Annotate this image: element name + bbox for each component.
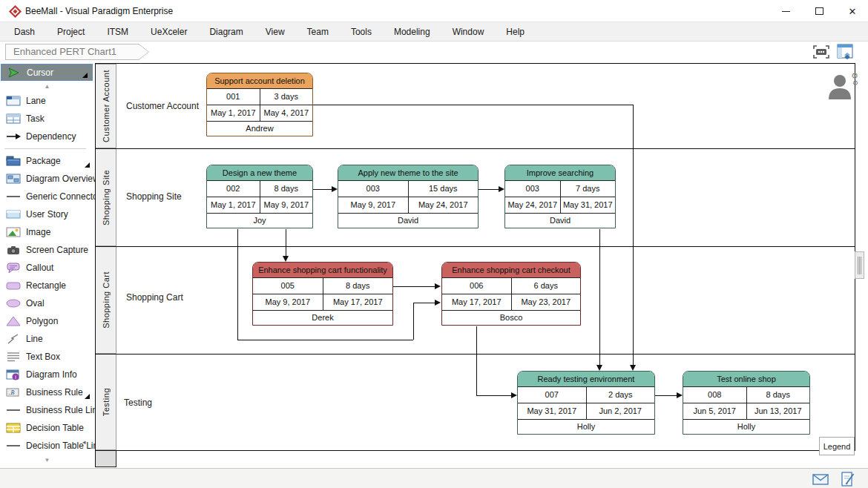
application-window: { "window": { "title": "BeeMall - Visual… (0, 0, 868, 488)
arrowhead-icon (332, 186, 338, 192)
app-logo-icon (9, 5, 22, 18)
panel-collapse-icon[interactable]: ◂ (82, 438, 86, 446)
toolbox-scroll-up[interactable]: ▲ (0, 81, 94, 92)
menu-diagram[interactable]: Diagram (209, 27, 243, 37)
tool-decision-table-link[interactable]: Decision Table Link (0, 437, 94, 455)
tool-business-rule[interactable]: B Business Rule (0, 383, 94, 401)
task-node-improve-searching[interactable]: Improve searching 0037 days May 24, 2017… (504, 165, 616, 228)
tool-lane[interactable]: Lane (0, 92, 94, 110)
task-owner: Andrew (207, 122, 312, 136)
tool-label: Rectangle (26, 280, 66, 291)
arrowhead-icon (283, 256, 289, 262)
edit-document-icon[interactable] (838, 472, 856, 487)
close-button[interactable]: ✕ (838, 0, 867, 22)
tool-package[interactable]: Package (0, 152, 94, 170)
diagram-tab-bar: Enhanced PERT Chart1 (0, 42, 868, 63)
tool-label: Text Box (26, 352, 60, 362)
tool-polygon[interactable]: Polygon (0, 312, 94, 330)
dependency-connector-segment[interactable] (476, 395, 512, 396)
tool-line[interactable]: Line (0, 330, 94, 348)
task-node-design-a-new-theme[interactable]: Design a new theme 0028 days May 1, 2017… (206, 165, 313, 228)
task-id: 007 (518, 387, 587, 403)
lane-header-testing[interactable]: Testing (95, 354, 116, 450)
zoom-to-selection-icon[interactable] (812, 43, 831, 61)
tool-task[interactable]: Task (0, 110, 94, 128)
dependency-connector-segment[interactable] (237, 340, 413, 340)
legend-label: Legend (823, 442, 851, 451)
menu-project[interactable]: Project (57, 27, 85, 37)
minimize-button[interactable] (772, 0, 800, 22)
panel-view-icon[interactable] (835, 43, 855, 61)
dependency-connector-segment[interactable] (237, 229, 238, 340)
dependency-connector-segment[interactable] (313, 189, 332, 190)
dependency-connector-segment[interactable] (479, 189, 499, 190)
user-gears-icon: ⚙ ⚙ (826, 71, 858, 104)
tool-cursor[interactable]: Cursor (1, 64, 93, 81)
menu-window[interactable]: Window (453, 27, 484, 37)
message-icon[interactable] (812, 472, 829, 487)
tool-callout[interactable]: Callout (0, 259, 94, 277)
tool-label: Decision Table Link (26, 441, 102, 451)
dependency-connector-segment[interactable] (476, 326, 477, 395)
legend-button[interactable]: Legend (819, 437, 855, 455)
business-rule-icon: B (6, 386, 21, 398)
dependency-connector-segment[interactable] (286, 229, 286, 257)
minimize-icon (782, 11, 790, 12)
dependency-connector-segment[interactable] (393, 286, 435, 287)
diagram-left-border (95, 63, 96, 467)
task-icon (6, 113, 21, 125)
tool-rectangle[interactable]: Rectangle (0, 277, 94, 294)
tool-diagram-overview[interactable]: Diagram Overview (0, 170, 94, 188)
menu-view[interactable]: View (266, 27, 285, 37)
tool-label: Line (26, 334, 43, 344)
toolbox-scroll-down[interactable]: ▼ (0, 455, 94, 466)
arrowhead-icon (435, 300, 441, 306)
dependency-connector-segment[interactable] (313, 105, 633, 105)
tool-image[interactable]: Image (0, 223, 94, 241)
tool-diagram-info[interactable]: i Diagram Info (0, 366, 94, 383)
panel-resize-gripper[interactable] (855, 251, 864, 279)
menu-tools[interactable]: Tools (351, 27, 372, 37)
tool-label: Generic Connector (26, 191, 101, 202)
task-node-apply-new-theme[interactable]: Apply new theme to the site 00315 days M… (338, 165, 479, 228)
tool-screen-capture[interactable]: Screen Capture (0, 241, 94, 259)
task-start-date: May 9, 2017 (253, 294, 323, 310)
menu-uexceler[interactable]: UeXceler (151, 27, 187, 37)
task-node-enhance-cart-functionality[interactable]: Enhance shopping cart functionality 0058… (252, 262, 393, 326)
tool-user-story[interactable]: User Story (0, 205, 94, 223)
task-owner: Holly (518, 420, 654, 434)
lane-header-customer-account[interactable]: Customer Account (95, 64, 116, 148)
tool-business-rule-link[interactable]: Business Rule Link (0, 401, 94, 419)
menu-team[interactable]: Team (307, 27, 329, 37)
task-title: Ready testing environment (518, 372, 654, 387)
task-id: 003 (505, 181, 561, 197)
breadcrumb[interactable]: Enhanced PERT Chart1 (5, 44, 149, 60)
dependency-connector-segment[interactable] (655, 395, 677, 396)
tool-label: Diagram Info (26, 369, 77, 380)
tool-oval[interactable]: Oval (0, 294, 94, 312)
task-node-ready-testing-environment[interactable]: Ready testing environment 0072 days May … (517, 371, 655, 435)
lane-header-shopping-cart[interactable]: Shopping Cart (95, 246, 116, 354)
task-id: 005 (253, 278, 323, 294)
task-node-test-online-shop[interactable]: Test online shop 0088 days Jun 5, 2017Ju… (683, 371, 810, 435)
dependency-connector-segment[interactable] (599, 229, 600, 366)
maximize-button[interactable] (805, 0, 833, 22)
menu-dash[interactable]: Dash (14, 27, 35, 37)
dependency-connector-segment[interactable] (413, 303, 435, 303)
dependency-connector-segment[interactable] (633, 105, 634, 366)
tool-decision-table[interactable]: Decision Table (0, 419, 94, 437)
tool-generic-connector[interactable]: Generic Connector (0, 188, 94, 205)
menu-help[interactable]: Help (506, 27, 525, 37)
image-icon (6, 226, 21, 238)
menu-modeling[interactable]: Modeling (394, 27, 430, 37)
task-node-support-account-deletion[interactable]: Support account deletion 0013 days May 1… (206, 73, 313, 136)
maximize-icon (815, 7, 823, 15)
lane-header-shopping-site[interactable]: Shopping Site (95, 148, 116, 246)
menu-itsm[interactable]: ITSM (107, 27, 128, 37)
tool-dependency[interactable]: Dependency (0, 128, 94, 145)
task-node-enhance-cart-checkout[interactable]: Enhance shopping cart checkout 0066 days… (441, 262, 581, 326)
tool-text-box[interactable]: Text Box (0, 348, 94, 366)
lane-label: Customer Account (126, 101, 199, 111)
dependency-connector-segment[interactable] (413, 303, 414, 340)
task-title: Apply new theme to the site (338, 165, 478, 181)
